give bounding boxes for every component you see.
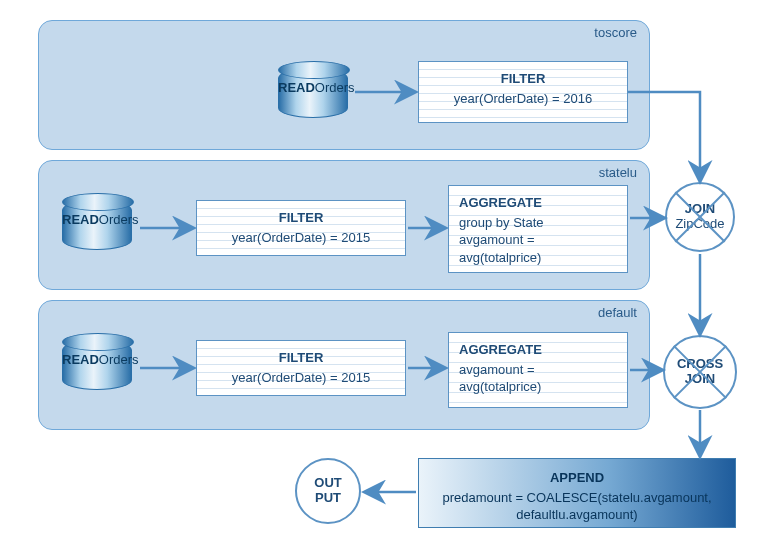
db-read-label: READ	[278, 80, 315, 95]
lane-label-toscore: toscore	[594, 25, 637, 40]
append-title: APPEND	[431, 469, 723, 487]
filter-cond: year(OrderDate) = 2016	[454, 91, 592, 106]
filter-default: FILTER year(OrderDate) = 2015	[196, 340, 406, 396]
output-node: OUT PUT	[295, 458, 361, 524]
db-default: READOrders	[62, 340, 134, 415]
filter-statelu: FILTER year(OrderDate) = 2015	[196, 200, 406, 256]
crossjoin-node: CROSS JOIN	[663, 335, 737, 409]
join-node: JOIN ZipCode	[665, 182, 735, 252]
append-node: APPEND predamount = COALESCE(statelu.avg…	[418, 458, 736, 528]
db-statelu: READOrders	[62, 200, 134, 275]
aggregate-default: AGGREGATE avgamount = avg(totalprice)	[448, 332, 628, 408]
db-toscore: READOrders	[278, 68, 350, 143]
lane-label-statelu: statelu	[599, 165, 637, 180]
filter-toscore: FILTER year(OrderDate) = 2016	[418, 61, 628, 123]
lane-label-default: default	[598, 305, 637, 320]
db-source-label: Orders	[315, 80, 355, 95]
filter-title: FILTER	[429, 70, 617, 88]
aggregate-statelu: AGGREGATE group by State avgamount = avg…	[448, 185, 628, 273]
